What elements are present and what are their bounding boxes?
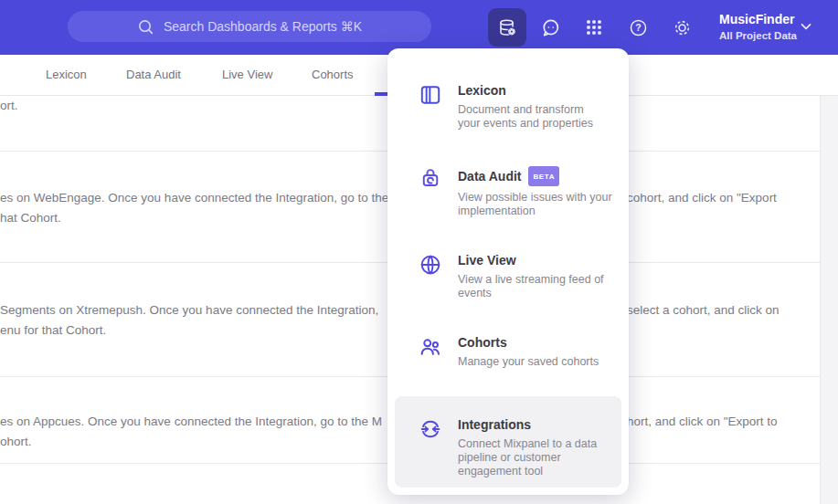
menu-item-live-view[interactable]: Live View View a live streaming feed of … (419, 253, 621, 300)
data-audit-lock-icon (419, 166, 442, 190)
row2-text-left: es on WebEngage. Once you have connected… (0, 191, 388, 205)
row3-text-left: Segments on Xtremepush. Once you have co… (0, 303, 378, 317)
menu-item-title: Data AuditBETA (458, 166, 612, 186)
tab-cohorts[interactable]: Cohorts (312, 68, 354, 81)
menu-item-desc: View possible issues with your implement… (458, 191, 612, 218)
data-management-dropdown: Lexicon Document and transform your even… (387, 48, 629, 495)
menu-item-integrations[interactable]: Integrations Connect Mixpanel to a data … (419, 417, 621, 478)
search-input[interactable]: Search Dashboards & Reports ⌘K (68, 11, 431, 42)
row3-text-right: select a cohort, and click on (627, 303, 780, 317)
menu-item-title: Integrations (458, 417, 597, 433)
search-icon (137, 18, 154, 36)
menu-item-cohorts[interactable]: Cohorts Manage your saved cohorts (419, 335, 621, 369)
feedback-bubble-icon (541, 18, 560, 37)
menu-item-title: Cohorts (458, 335, 599, 351)
tab-data-audit[interactable]: Data Audit (126, 68, 181, 81)
menu-item-desc: Document and transform your events and p… (458, 103, 593, 131)
help-button[interactable]: ? (621, 11, 654, 44)
chevron-down-icon[interactable] (801, 23, 811, 31)
lexicon-book-icon (419, 83, 442, 107)
feedback-button[interactable] (534, 11, 567, 44)
integrations-sync-icon (419, 417, 442, 441)
menu-item-desc: Connect Mixpanel to a data pipeline or c… (458, 437, 597, 478)
right-gutter (820, 96, 838, 504)
row4-text-left: es on Appcues. Once you have connected t… (0, 415, 382, 428)
search-placeholder: Search Dashboards & Reports ⌘K (164, 19, 362, 34)
apps-menu-button[interactable] (578, 11, 610, 44)
help-icon: ? (629, 18, 648, 37)
database-gear-icon (497, 17, 518, 38)
data-management-button[interactable] (488, 8, 526, 47)
project-scope: All Project Data (719, 29, 797, 42)
row2-text-right: cohort, and click on "Export (627, 191, 777, 205)
project-switcher[interactable]: MusicFinder All Project Data (719, 11, 797, 42)
menu-item-title: Live View (458, 253, 604, 268)
menu-item-lexicon[interactable]: Lexicon Document and transform your even… (419, 83, 621, 131)
settings-button[interactable] (665, 11, 698, 44)
beta-badge: BETA (528, 166, 559, 186)
row2-text-line2: hat Cohort. (0, 211, 61, 225)
menu-item-data-audit[interactable]: Data AuditBETA View possible issues with… (419, 166, 621, 218)
row3-text-line2: enu for that Cohort. (0, 323, 106, 337)
row4-text-line2: ohort. (0, 435, 32, 448)
live-view-globe-icon (419, 253, 442, 277)
tab-lexicon[interactable]: Lexicon (46, 68, 87, 81)
grid-icon (586, 19, 602, 36)
svg-text:?: ? (635, 22, 641, 33)
row1-text: ort. (0, 99, 18, 112)
cohorts-people-icon (419, 335, 442, 359)
menu-item-desc: View a live streaming feed of events (458, 273, 604, 300)
gear-icon (673, 18, 692, 37)
menu-item-desc: Manage your saved cohorts (458, 355, 599, 369)
row4-text-right: hort, and click on "Export to (627, 415, 778, 428)
top-navigation-bar: Search Dashboards & Reports ⌘K (0, 0, 838, 55)
project-name: MusicFinder (719, 11, 797, 27)
tab-live-view[interactable]: Live View (222, 68, 272, 81)
menu-item-title: Lexicon (458, 83, 593, 99)
